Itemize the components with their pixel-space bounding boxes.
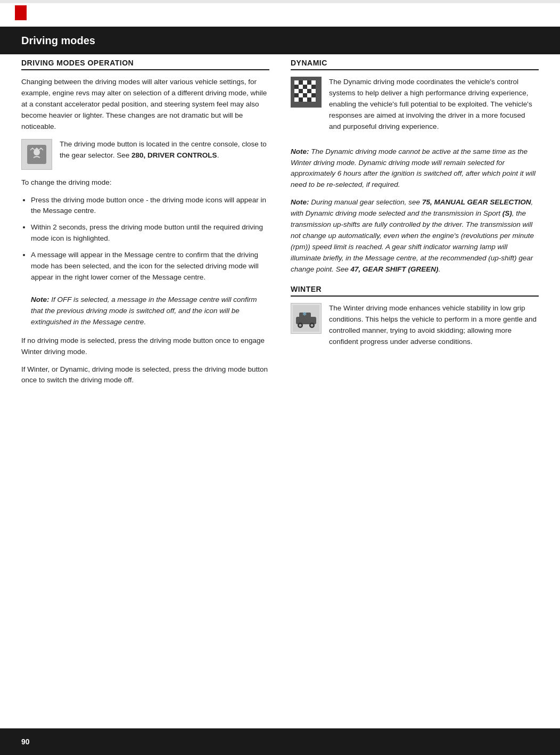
left-marker bbox=[15, 5, 27, 20]
svg-rect-3 bbox=[294, 80, 299, 85]
bottom-bar: 90 bbox=[0, 728, 560, 755]
svg-rect-24 bbox=[299, 97, 303, 102]
winter-icon-block: ❄ The Winter driving mode enhances vehic… bbox=[291, 303, 539, 354]
svg-rect-25 bbox=[303, 97, 307, 102]
right-column: DYNAMIC bbox=[291, 59, 539, 392]
svg-rect-27 bbox=[311, 97, 316, 102]
svg-point-33 bbox=[299, 324, 302, 326]
svg-rect-20 bbox=[303, 93, 307, 97]
page-number: 90 bbox=[21, 737, 30, 746]
winter-svg-icon: ❄ bbox=[293, 305, 319, 332]
svg-text:❄: ❄ bbox=[302, 311, 307, 317]
note-off-text: Note: If OFF is selected, a message in t… bbox=[31, 296, 257, 326]
columns-container: DRIVING MODES OPERATION Changing between… bbox=[21, 59, 539, 392]
gear-icon bbox=[21, 139, 52, 170]
svg-rect-18 bbox=[294, 93, 299, 97]
svg-point-34 bbox=[311, 324, 314, 326]
list-item: Within 2 seconds, press the driving mode… bbox=[31, 222, 269, 244]
svg-rect-21 bbox=[307, 93, 311, 97]
gear-icon-block: The driving mode button is located in th… bbox=[21, 139, 269, 170]
dynamic-section-heading: DYNAMIC bbox=[291, 59, 539, 70]
change-heading: To change the driving mode: bbox=[21, 177, 269, 188]
svg-rect-8 bbox=[294, 85, 299, 89]
svg-rect-13 bbox=[294, 89, 299, 93]
page-title: Driving modes bbox=[21, 35, 95, 47]
winter-body-text: The Winter driving mode enhances vehicle… bbox=[329, 303, 539, 348]
bullet-list: Press the driving mode button once - the… bbox=[31, 195, 269, 328]
svg-rect-14 bbox=[299, 89, 303, 93]
svg-rect-22 bbox=[311, 93, 316, 97]
dynamic-svg-icon bbox=[292, 78, 320, 106]
no-driving-mode-paragraph: If no driving mode is selected, press th… bbox=[21, 335, 269, 358]
left-column: DRIVING MODES OPERATION Changing between… bbox=[21, 59, 269, 392]
dynamic-icon-block: The Dynamic driving mode coordinates the… bbox=[291, 77, 539, 139]
left-section-heading: DRIVING MODES OPERATION bbox=[21, 59, 269, 70]
winter-section-heading: WINTER bbox=[291, 285, 539, 297]
svg-rect-5 bbox=[303, 80, 307, 85]
svg-rect-6 bbox=[307, 80, 311, 85]
dynamic-body-text: The Dynamic driving mode coordinates the… bbox=[329, 77, 539, 133]
svg-rect-17 bbox=[311, 89, 316, 93]
svg-rect-11 bbox=[307, 85, 311, 89]
list-item: A message will appear in the Message cen… bbox=[31, 250, 269, 327]
svg-rect-23 bbox=[294, 97, 299, 102]
main-content: DRIVING MODES OPERATION Changing between… bbox=[21, 59, 539, 712]
list-item: Press the driving mode button once - the… bbox=[31, 195, 269, 217]
header-bar: Driving modes bbox=[0, 27, 560, 54]
top-border bbox=[0, 0, 560, 3]
svg-rect-26 bbox=[307, 97, 311, 102]
svg-rect-19 bbox=[299, 93, 303, 97]
dynamic-icon bbox=[291, 77, 322, 108]
svg-rect-9 bbox=[299, 85, 303, 89]
dynamic-note1: Note: The Dynamic driving mode cannot be… bbox=[291, 146, 539, 191]
svg-rect-10 bbox=[303, 85, 307, 89]
dynamic-note2: Note: During manual gear selection, see … bbox=[291, 197, 539, 275]
intro-paragraph: Changing between the driving modes will … bbox=[21, 77, 269, 133]
svg-rect-12 bbox=[311, 85, 316, 89]
winter-icon: ❄ bbox=[291, 303, 322, 334]
svg-rect-16 bbox=[307, 89, 311, 93]
svg-rect-15 bbox=[303, 89, 307, 93]
svg-rect-7 bbox=[311, 80, 316, 85]
gear-description-text: The driving mode button is located in th… bbox=[60, 139, 269, 161]
if-winter-paragraph: If Winter, or Dynamic, driving mode is s… bbox=[21, 364, 269, 387]
svg-rect-4 bbox=[299, 80, 303, 85]
gear-svg-icon bbox=[25, 143, 48, 166]
